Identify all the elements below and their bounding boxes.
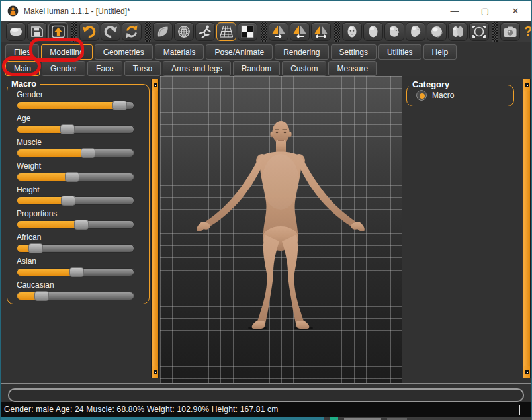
asian-slider[interactable] — [17, 268, 134, 276]
wireframe-icon[interactable] — [174, 22, 194, 41]
view-dual-icon[interactable] — [448, 22, 468, 41]
slider-gender: Gender — [17, 90, 141, 114]
macro-group: Gender Age Muscle Weight Height Proporti… — [7, 84, 150, 304]
slider-african: African — [17, 233, 141, 257]
symmetry-right-icon[interactable] — [269, 22, 288, 41]
slider-proportions: Proportions — [17, 209, 141, 233]
radio-selected-icon[interactable] — [416, 90, 427, 101]
slider-label: Weight — [17, 161, 141, 171]
view-three-quarter-icon[interactable] — [384, 22, 404, 41]
view-front-icon[interactable] — [342, 22, 362, 41]
skeleton-icon[interactable] — [195, 22, 215, 41]
view-side-icon[interactable] — [406, 22, 425, 41]
slider-age: Age — [17, 114, 141, 138]
symmetry-left-icon[interactable] — [290, 22, 310, 41]
age-slider[interactable] — [17, 125, 134, 134]
scrollbar-bottom-cap[interactable] — [151, 366, 159, 378]
scrollbar-thumb[interactable] — [151, 91, 159, 366]
save-icon[interactable] — [27, 22, 47, 41]
view-back-icon[interactable] — [363, 22, 383, 41]
sub-tab-bar: Main Gender Face Torso Arms and legs Ran… — [1, 60, 531, 76]
help-icon[interactable]: ? — [524, 24, 532, 39]
weight-slider[interactable] — [17, 173, 134, 181]
slider-handle[interactable] — [81, 148, 95, 158]
gender-slider[interactable] — [17, 101, 134, 110]
close-button[interactable]: ✕ — [500, 1, 531, 21]
slider-label: Muscle — [17, 138, 141, 147]
grab-screenshot-icon[interactable] — [500, 22, 520, 41]
smooth-icon[interactable] — [153, 22, 173, 41]
slider-handle[interactable] — [69, 267, 84, 277]
progress-zone — [1, 383, 531, 402]
caucasian-slider[interactable] — [17, 292, 134, 300]
toolbar: ? — [1, 21, 531, 42]
tab-materials[interactable]: Materials — [155, 44, 204, 60]
tab-modelling[interactable]: Modelling — [41, 44, 92, 60]
reset-icon[interactable] — [122, 22, 142, 41]
scrollbar-top-cap[interactable] — [151, 79, 159, 91]
background-icon[interactable] — [238, 22, 257, 41]
slider-handle[interactable] — [34, 291, 49, 301]
slider-handle[interactable] — [60, 124, 75, 134]
slider-label: Age — [17, 114, 141, 124]
slider-label: Gender — [17, 90, 141, 100]
subtab-torso[interactable]: Torso — [124, 61, 161, 76]
3d-viewport[interactable] — [160, 76, 402, 383]
undo-icon[interactable] — [79, 22, 99, 41]
left-panel-scrollbar[interactable] — [151, 79, 159, 378]
tab-settings[interactable]: Settings — [331, 44, 377, 60]
redo-icon[interactable] — [101, 22, 120, 41]
scrollbar-thumb[interactable] — [523, 91, 531, 366]
tab-geometries[interactable]: Geometries — [95, 44, 153, 60]
slider-label: African — [17, 233, 141, 243]
scrollbar-top-cap[interactable] — [523, 79, 531, 91]
load-icon[interactable] — [48, 22, 68, 41]
height-slider[interactable] — [17, 196, 134, 205]
view-top-icon[interactable] — [427, 22, 447, 41]
proportions-slider[interactable] — [17, 220, 134, 229]
subtab-arms-and-legs[interactable]: Arms and legs — [163, 61, 231, 76]
toolbar-separator — [261, 22, 267, 42]
category-group-label: Category — [409, 79, 453, 89]
subtab-measure[interactable]: Measure — [328, 61, 377, 76]
subtab-random[interactable]: Random — [233, 61, 280, 76]
right-panel-scrollbar[interactable] — [523, 79, 531, 378]
maximize-button[interactable]: ▢ — [470, 1, 500, 21]
toolbar-separator — [145, 22, 151, 42]
view-reset-icon[interactable] — [469, 22, 489, 41]
window-title: MakeHuman 1.1.1 - [Untitled]* — [24, 7, 130, 16]
tab-rendering[interactable]: Rendering — [275, 44, 328, 60]
radio-label: Macro — [432, 91, 454, 100]
slider-handle[interactable] — [61, 196, 75, 206]
slider-handle[interactable] — [65, 172, 79, 182]
tab-files[interactable]: Files — [5, 44, 39, 60]
tab-utilities[interactable]: Utilities — [378, 44, 421, 60]
slider-asian: Asian — [17, 257, 141, 280]
scrollbar-bottom-cap[interactable] — [523, 366, 531, 378]
slider-handle[interactable] — [112, 101, 127, 110]
muscle-slider[interactable] — [17, 149, 134, 157]
slider-handle[interactable] — [28, 243, 43, 253]
slider-height: Height — [17, 185, 141, 209]
category-option-macro[interactable]: Macro — [416, 90, 454, 101]
toolbar-separator — [71, 22, 77, 42]
slider-caucasian: Caucasian — [17, 280, 141, 304]
progress-bar — [8, 388, 524, 402]
subtab-main[interactable]: Main — [5, 61, 40, 76]
new-icon[interactable] — [6, 22, 26, 41]
human-model[interactable] — [160, 76, 402, 383]
subtab-custom[interactable]: Custom — [282, 61, 326, 76]
grid-icon[interactable] — [216, 22, 236, 41]
minimize-button[interactable]: — — [439, 1, 470, 21]
subtab-gender[interactable]: Gender — [42, 61, 85, 76]
slider-label: Proportions — [17, 209, 141, 219]
main-tab-bar: Files Modelling Geometries Materials Pos… — [1, 42, 531, 60]
window-bottom-border — [0, 417, 324, 420]
toolbar-separator — [334, 22, 340, 42]
slider-handle[interactable] — [74, 220, 89, 230]
african-slider[interactable] — [17, 244, 134, 253]
tab-pose-animate[interactable]: Pose/Animate — [206, 44, 273, 60]
tab-help[interactable]: Help — [423, 44, 457, 60]
symmetry-icon[interactable] — [311, 22, 331, 41]
subtab-face[interactable]: Face — [87, 61, 122, 76]
